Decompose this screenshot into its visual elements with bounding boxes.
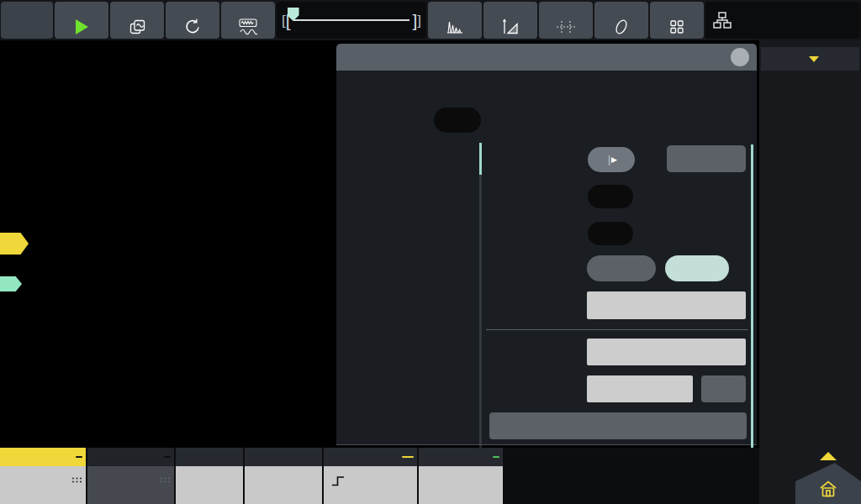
xy-ellipse-icon: [612, 18, 631, 36]
trigger-status-block[interactable]: [324, 448, 417, 504]
scale-field[interactable]: [587, 339, 746, 365]
custom-button[interactable]: [665, 255, 729, 281]
fft-spectrum-icon: [446, 18, 464, 36]
run-button[interactable]: [55, 2, 108, 39]
ch1-probe-badge: [76, 456, 82, 458]
coupling-dots-icon: [71, 476, 82, 484]
zero-div-button[interactable]: [701, 375, 746, 402]
counter-type: [763, 97, 767, 110]
source-select[interactable]: | ▶: [588, 147, 635, 172]
copy-icon: [129, 18, 146, 36]
cursor-crosshair-icon: [556, 18, 576, 36]
ref-slot-badge: [493, 456, 499, 458]
divider: [486, 329, 748, 330]
ch1-status-block[interactable]: [0, 448, 86, 504]
trig-button[interactable]: [1, 2, 53, 39]
measure-icon: [501, 18, 520, 36]
network-icon[interactable]: [712, 10, 732, 30]
slider-track[interactable]: [293, 19, 410, 21]
ch2-status-block[interactable]: [87, 448, 174, 504]
close-icon[interactable]: [731, 48, 749, 66]
more-grid-icon: [669, 18, 684, 36]
top-toolbar: [ [ ] ]: [0, 0, 861, 40]
reference-name-field[interactable]: [587, 291, 746, 319]
settings-scrollbar[interactable]: [751, 144, 753, 464]
more-button[interactable]: [650, 2, 704, 39]
display-toggle[interactable]: [588, 185, 633, 208]
offset-field[interactable]: [587, 375, 693, 402]
oscilloscope-screen: [ [ ] ]: [0, 0, 861, 504]
cursor-button[interactable]: [539, 2, 593, 39]
fft-button[interactable]: [428, 2, 482, 39]
coupling-dots-icon: [160, 476, 171, 484]
ref-status-block[interactable]: [419, 448, 503, 504]
slider-right-bracket: ]: [417, 13, 421, 28]
graticule-right-edge-ticks: [754, 40, 759, 448]
horizontal-status-block[interactable]: [176, 448, 243, 504]
default-button[interactable]: [166, 2, 219, 39]
zoom-wave-icon: [239, 18, 257, 36]
copy-button[interactable]: [110, 2, 164, 39]
home-button[interactable]: [795, 463, 861, 504]
clock-block[interactable]: [705, 2, 860, 39]
horizontal-preview-slider[interactable]: [ [ ] ]: [277, 2, 426, 39]
dropdown-arrow-icon: ▶: [611, 155, 617, 164]
bottom-status-bar: [0, 448, 759, 504]
save-button[interactable]: [667, 145, 746, 172]
reference-dialog: | ▶: [336, 44, 757, 445]
default-reset-icon: [184, 18, 201, 36]
common-button[interactable]: [587, 255, 656, 281]
label-toggle[interactable]: [588, 222, 633, 245]
dialog-titlebar[interactable]: [336, 44, 757, 71]
ch2-probe-badge: [164, 456, 171, 458]
trigger-source-badge: [402, 456, 414, 458]
switch-toggle[interactable]: [434, 108, 481, 133]
home-icon: [817, 479, 839, 499]
chevron-up-icon[interactable]: [820, 452, 837, 460]
xy-mode-button[interactable]: [594, 2, 648, 39]
dialog-body: | ▶: [336, 71, 757, 445]
acquire-status-block[interactable]: [245, 448, 322, 504]
rising-edge-icon: [331, 475, 346, 487]
measure-button[interactable]: [483, 2, 537, 39]
run-play-icon: [76, 18, 88, 36]
zoom-button[interactable]: [221, 2, 275, 39]
list-scrollbar[interactable]: [479, 143, 482, 462]
list-scrollbar-thumb[interactable]: [479, 143, 482, 175]
counter-dropdown[interactable]: [761, 47, 859, 71]
reset-button[interactable]: [489, 412, 747, 439]
chevron-down-icon: [809, 56, 819, 62]
right-sidebar: [759, 40, 861, 504]
